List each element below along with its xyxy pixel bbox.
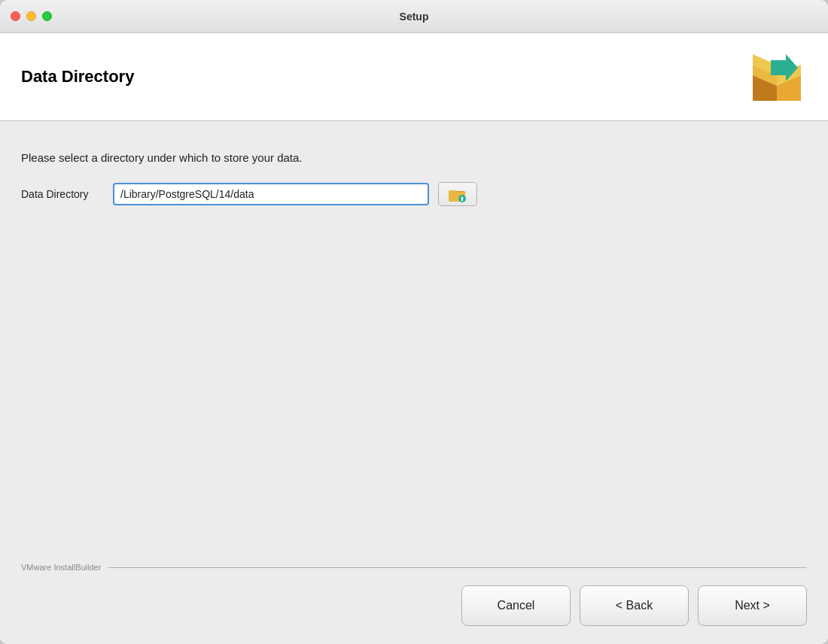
page-title: Data Directory bbox=[21, 67, 134, 87]
directory-input[interactable] bbox=[113, 183, 429, 205]
footer-buttons: Cancel < Back Next > bbox=[21, 585, 807, 626]
maximize-button[interactable] bbox=[42, 11, 52, 21]
close-button[interactable] bbox=[11, 11, 20, 21]
title-bar: Setup bbox=[0, 0, 828, 33]
back-button[interactable]: < Back bbox=[580, 585, 689, 626]
footer: VMware InstallBuilder Cancel < Back Next… bbox=[0, 552, 828, 644]
main-content: Please select a directory under which to… bbox=[0, 121, 828, 552]
cancel-button[interactable]: Cancel bbox=[461, 585, 571, 626]
box-icon-svg bbox=[747, 47, 807, 107]
folder-icon bbox=[448, 186, 467, 202]
directory-label: Data Directory bbox=[21, 188, 104, 200]
description-text: Please select a directory under which to… bbox=[21, 151, 807, 164]
installer-icon bbox=[747, 47, 807, 107]
form-row: Data Directory bbox=[21, 182, 807, 206]
minimize-button[interactable] bbox=[26, 11, 36, 21]
traffic-lights bbox=[11, 11, 52, 21]
header-section: Data Directory bbox=[0, 33, 828, 121]
footer-line bbox=[108, 567, 807, 568]
brand-label: VMware InstallBuilder bbox=[21, 563, 101, 572]
next-button[interactable]: Next > bbox=[698, 585, 807, 626]
browse-button[interactable] bbox=[438, 182, 477, 206]
window-title: Setup bbox=[400, 11, 429, 23]
footer-divider-area: VMware InstallBuilder bbox=[21, 563, 807, 572]
window: Setup Data Directory bbox=[0, 0, 828, 644]
